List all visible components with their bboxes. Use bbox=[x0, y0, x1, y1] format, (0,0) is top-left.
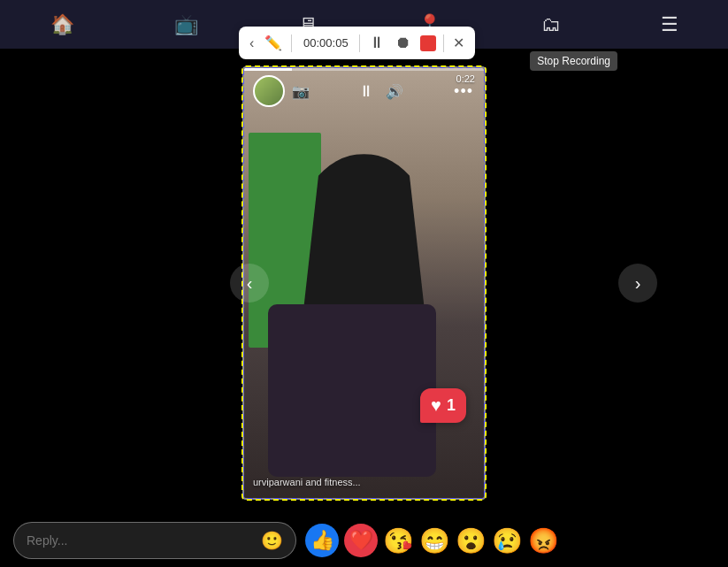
close-button[interactable]: ✕ bbox=[451, 33, 466, 53]
story-pause-button[interactable]: ⏸ bbox=[356, 80, 377, 103]
divider-2 bbox=[359, 34, 360, 52]
avatar bbox=[253, 75, 285, 107]
tv-icon[interactable]: 📺 bbox=[172, 11, 200, 38]
reply-input[interactable] bbox=[27, 533, 254, 548]
pause-button[interactable]: ⏸ bbox=[367, 32, 387, 54]
story-card: 📷 ⏸ 🔊 ••• 0:22 ♥ 1 urviparwani and fitne… bbox=[242, 66, 486, 500]
story-image bbox=[244, 68, 484, 498]
story-volume-button[interactable]: 🔊 bbox=[384, 81, 405, 102]
heart-reaction-icon: ❤️ bbox=[349, 529, 373, 552]
emoji-picker-button[interactable]: 🙂 bbox=[261, 530, 283, 551]
like-count: 1 bbox=[447, 396, 456, 415]
home-icon[interactable]: 🏠 bbox=[49, 11, 76, 38]
sad-reaction-button[interactable]: 😢 bbox=[492, 526, 523, 556]
story-camera-icon: 📷 bbox=[292, 83, 310, 100]
stop-button[interactable] bbox=[420, 35, 436, 51]
love-reaction-button[interactable]: ❤️ bbox=[344, 524, 378, 557]
layers-icon[interactable]: 🗂 bbox=[540, 11, 563, 38]
divider-1 bbox=[291, 34, 292, 52]
story-header: 📷 ⏸ 🔊 ••• bbox=[244, 68, 484, 114]
next-story-button[interactable]: › bbox=[618, 264, 657, 303]
story-progress-bar bbox=[244, 68, 484, 71]
story-progress-fill bbox=[244, 68, 292, 71]
heart-icon: ♥ bbox=[431, 395, 441, 416]
reactions-bar: 👍 ❤️ 😘 😁 😮 😢 😡 bbox=[305, 524, 559, 557]
content-area: ‹ 📷 ⏸ 🔊 ••• 0:22 ♥ 1 urviparwa bbox=[0, 49, 728, 517]
stop-tooltip-text: Stop Recording bbox=[537, 55, 610, 67]
recording-toolbar: ‹ ✏️ 00:00:05 ⏸ ⏺ ✕ bbox=[239, 27, 475, 59]
reply-input-container: 🙂 bbox=[13, 522, 296, 559]
like-badge: ♥ 1 bbox=[420, 388, 466, 423]
back-button[interactable]: ‹ bbox=[248, 34, 256, 53]
edit-button[interactable]: ✏️ bbox=[263, 33, 284, 53]
thumbs-up-icon: 👍 bbox=[310, 529, 334, 552]
person-bottom bbox=[268, 304, 436, 476]
story-timestamp: 0:22 bbox=[456, 73, 475, 84]
recording-timer: 00:00:05 bbox=[299, 36, 352, 50]
wow-reaction-button[interactable]: 😮 bbox=[456, 526, 487, 556]
divider-3 bbox=[443, 34, 444, 52]
menu-icon[interactable]: ☰ bbox=[659, 11, 680, 38]
like-reaction-button[interactable]: 👍 bbox=[305, 524, 339, 557]
kiss-reaction-button[interactable]: 😘 bbox=[383, 526, 414, 556]
story-username: urviparwani and fitness... bbox=[253, 477, 361, 487]
bottom-bar: 🙂 👍 ❤️ 😘 😁 😮 😢 😡 bbox=[0, 514, 728, 567]
prev-story-button[interactable]: ‹ bbox=[230, 264, 269, 303]
record-button[interactable]: ⏺ bbox=[394, 32, 413, 54]
stop-recording-tooltip: Stop Recording bbox=[530, 51, 617, 71]
angry-reaction-button[interactable]: 😡 bbox=[528, 526, 559, 556]
laugh-reaction-button[interactable]: 😁 bbox=[419, 526, 450, 556]
